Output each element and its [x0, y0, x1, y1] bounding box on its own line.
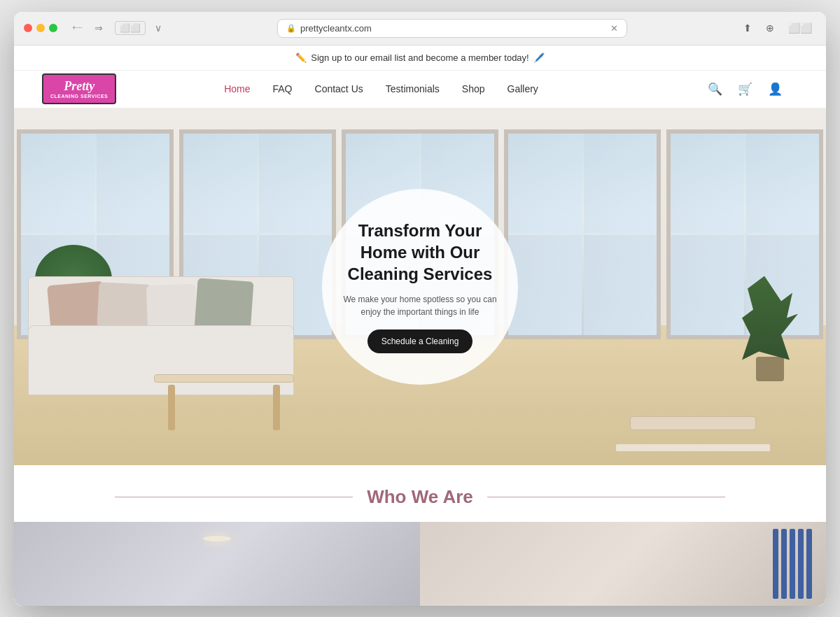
logo-pretty: Pretty — [64, 79, 94, 94]
slat — [806, 529, 812, 599]
nav-home[interactable]: Home — [224, 83, 250, 94]
new-tab-button[interactable]: ⊕ — [762, 21, 778, 35]
nav-links: Home FAQ Contact Us Testimonials Shop Ga… — [224, 83, 538, 94]
forward-button[interactable]: ⇒ — [91, 21, 106, 35]
browser-dots — [24, 24, 57, 32]
hero-subtitle: We make your home spotless so you can en… — [343, 293, 497, 318]
minimize-dot[interactable] — [36, 24, 45, 32]
logo-sub: Cleaning Services — [50, 94, 108, 99]
page-content: ✏️ Sign up to our email list and become … — [14, 45, 826, 606]
ceiling-fixture — [203, 536, 231, 541]
nav-gallery[interactable]: Gallery — [507, 83, 538, 94]
who-image-2 — [420, 522, 826, 606]
hero-title: Transform Your Home with Our Cleaning Se… — [343, 220, 497, 285]
who-image-1 — [14, 522, 420, 606]
who-we-are-section: Who We Are — [14, 465, 826, 606]
slat — [781, 529, 787, 599]
share-button[interactable]: ⬆ — [739, 21, 756, 35]
slat — [790, 529, 795, 599]
announcement-bar: ✏️ Sign up to our email list and become … — [14, 45, 826, 71]
maximize-dot[interactable] — [49, 24, 57, 32]
announcement-icon-left: ✏️ — [295, 52, 307, 63]
search-button[interactable]: 🔍 — [706, 80, 724, 98]
schedule-cleaning-button[interactable]: Schedule a Cleaning — [368, 329, 473, 353]
browser-chrome: ⬸ ⇒ ⬜⬜ ∨ 🔒 prettycleantx.com ✕ ⬆ ⊕ ⬜⬜ — [14, 12, 826, 45]
section-title-wrapper: Who We Are — [14, 486, 826, 522]
cart-button[interactable]: 🛒 — [736, 80, 754, 98]
announcement-text: Sign up to our email list and become a m… — [311, 52, 528, 63]
extensions-button[interactable]: ⬜⬜ — [784, 21, 816, 35]
bottom-images — [14, 522, 826, 606]
nav-more-button[interactable]: ∨ — [151, 21, 165, 35]
nav-shop[interactable]: Shop — [462, 83, 485, 94]
nav-faq[interactable]: FAQ — [273, 83, 293, 94]
slat — [798, 529, 804, 599]
nav-testimonials[interactable]: Testimonials — [386, 83, 440, 94]
section-divider-left — [115, 497, 353, 497]
window-button[interactable]: ⬜⬜ — [115, 21, 146, 35]
url-text: prettycleantx.com — [300, 23, 372, 34]
slat — [773, 529, 778, 599]
navbar: Pretty Cleaning Services Home FAQ Contac… — [14, 71, 826, 108]
close-dot[interactable] — [24, 24, 32, 32]
back-button[interactable]: ⬸ — [69, 21, 85, 35]
hero-section: Transform Your Home with Our Cleaning Se… — [14, 108, 826, 465]
close-tab-button[interactable]: ✕ — [610, 23, 618, 34]
window-slats — [773, 529, 812, 599]
logo-box: Pretty Cleaning Services — [42, 73, 116, 104]
nav-contact-us[interactable]: Contact Us — [315, 83, 363, 94]
hero-background: Transform Your Home with Our Cleaning Se… — [14, 108, 826, 465]
nav-icons: 🔍 🛒 👤 — [706, 80, 784, 98]
browser-window: ⬸ ⇒ ⬜⬜ ∨ 🔒 prettycleantx.com ✕ ⬆ ⊕ ⬜⬜ ✏️… — [14, 12, 826, 606]
hero-circle: Transform Your Home with Our Cleaning Se… — [322, 189, 518, 385]
lock-icon: 🔒 — [286, 24, 296, 33]
logo[interactable]: Pretty Cleaning Services — [42, 73, 116, 104]
section-title: Who We Are — [367, 486, 473, 508]
browser-nav: ⬸ ⇒ ⬜⬜ ∨ — [69, 21, 165, 35]
user-button[interactable]: 👤 — [766, 80, 784, 98]
browser-actions: ⬆ ⊕ ⬜⬜ — [739, 21, 816, 35]
announcement-icon-right: 🖊️ — [533, 52, 545, 63]
section-divider-right — [487, 497, 725, 497]
address-bar[interactable]: 🔒 prettycleantx.com ✕ — [277, 19, 627, 38]
